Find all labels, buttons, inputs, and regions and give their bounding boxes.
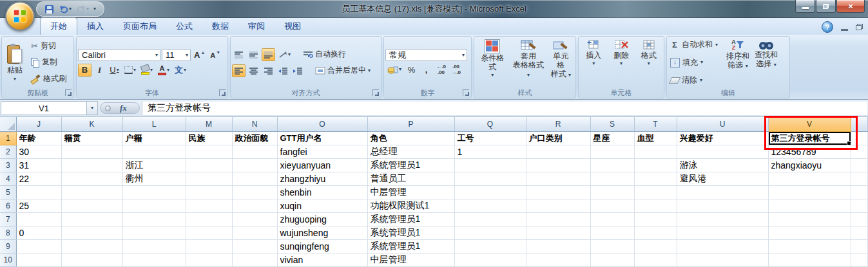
cell-T6[interactable] bbox=[634, 199, 677, 213]
cell-K1[interactable]: 籍贯 bbox=[61, 132, 122, 145]
cell-w5[interactable] bbox=[851, 186, 867, 199]
cell-N9[interactable] bbox=[232, 240, 277, 253]
cell-P7[interactable]: 系统管理员1 bbox=[367, 213, 454, 226]
cell-N6[interactable] bbox=[232, 199, 277, 213]
cell-Q4[interactable] bbox=[454, 172, 526, 186]
cell-J2[interactable]: 30 bbox=[16, 145, 61, 159]
format-cells-button[interactable]: 格式 ▾ bbox=[639, 38, 659, 87]
cell-L2[interactable] bbox=[122, 145, 186, 159]
cell-L5[interactable] bbox=[122, 186, 186, 199]
tab-review[interactable]: 审阅 bbox=[238, 18, 275, 35]
cell-S3[interactable] bbox=[590, 159, 634, 172]
cut-button[interactable]: ✂剪切 bbox=[29, 40, 68, 52]
cell-S7[interactable] bbox=[590, 213, 634, 226]
conditional-formatting-button[interactable]: 条件格式 ▾ bbox=[476, 38, 509, 87]
cell-M6[interactable] bbox=[186, 199, 232, 213]
cell-V3[interactable]: zhangxiaoyu bbox=[768, 159, 851, 172]
cell-T1[interactable]: 血型 bbox=[634, 132, 677, 145]
cell-R2[interactable] bbox=[526, 145, 590, 159]
row-header-7[interactable]: 7 bbox=[0, 213, 16, 226]
cell-S10[interactable] bbox=[590, 253, 634, 267]
cell-V2[interactable]: 123456789 bbox=[768, 145, 851, 159]
find-select-button[interactable]: 查找和选择 ▾ bbox=[752, 38, 780, 87]
cell-P2[interactable]: 总经理 bbox=[367, 145, 454, 159]
cell-w6[interactable] bbox=[851, 199, 867, 213]
cell-R10[interactable] bbox=[526, 253, 590, 267]
font-size-combo[interactable]: 11▾ bbox=[162, 49, 191, 61]
cell-L4[interactable]: 衢州 bbox=[122, 172, 186, 186]
column-header-U[interactable]: U bbox=[677, 117, 768, 132]
workbook-restore-icon[interactable] bbox=[856, 24, 863, 30]
cell-U6[interactable] bbox=[677, 199, 768, 213]
cell-J9[interactable] bbox=[16, 240, 61, 253]
tab-insert[interactable]: 插入 bbox=[77, 18, 113, 35]
cell-P8[interactable]: 系统管理员1 bbox=[367, 226, 454, 240]
cell-w4[interactable] bbox=[851, 172, 867, 186]
cell-K9[interactable] bbox=[61, 240, 122, 253]
cell-w8[interactable] bbox=[851, 226, 867, 240]
increase-decimal-button[interactable]: ←.0.00 bbox=[434, 63, 448, 76]
cell-M8[interactable] bbox=[186, 226, 232, 240]
cell-V4[interactable] bbox=[768, 172, 851, 186]
column-header-O[interactable]: O bbox=[277, 117, 367, 132]
cell-U8[interactable] bbox=[677, 226, 768, 240]
align-right-button[interactable] bbox=[262, 64, 275, 77]
cell-K2[interactable] bbox=[61, 145, 122, 159]
cell-S1[interactable]: 星座 bbox=[590, 132, 634, 145]
cell-R8[interactable] bbox=[526, 226, 590, 240]
cell-S5[interactable] bbox=[590, 186, 634, 199]
cell-N5[interactable] bbox=[232, 186, 277, 199]
cell-Q5[interactable] bbox=[454, 186, 526, 199]
borders-button[interactable]: ▾ bbox=[122, 64, 138, 77]
cell-J3[interactable]: 31 bbox=[16, 159, 61, 172]
cell-K6[interactable] bbox=[61, 199, 122, 213]
cell-V6[interactable] bbox=[768, 199, 851, 213]
font-name-combo[interactable]: Calibri▾ bbox=[78, 49, 160, 61]
cell-S9[interactable] bbox=[590, 240, 634, 253]
copy-button[interactable]: 复制 bbox=[29, 56, 68, 68]
cell-U10[interactable] bbox=[677, 253, 768, 267]
name-box[interactable]: V1 bbox=[1, 101, 87, 115]
minimize-button[interactable] bbox=[795, 0, 815, 13]
cell-Q2[interactable]: 1 bbox=[454, 145, 526, 159]
cell-M1[interactable]: 民族 bbox=[186, 132, 232, 145]
column-header-M[interactable]: M bbox=[186, 117, 232, 132]
percent-style-button[interactable]: % bbox=[405, 63, 418, 76]
cell-K7[interactable] bbox=[61, 213, 122, 226]
cell-U4[interactable]: 避风港 bbox=[677, 172, 768, 186]
cell-T5[interactable] bbox=[634, 186, 677, 199]
italic-button[interactable]: I bbox=[93, 64, 106, 77]
cell-J7[interactable] bbox=[16, 213, 61, 226]
cell-K5[interactable] bbox=[61, 186, 122, 199]
row-header-9[interactable]: 9 bbox=[0, 240, 16, 253]
cell-P1[interactable]: 角色 bbox=[367, 132, 454, 145]
column-header-Q[interactable]: Q bbox=[454, 117, 526, 132]
select-all-corner[interactable] bbox=[0, 117, 16, 132]
cell-K8[interactable] bbox=[61, 226, 122, 240]
cell-P9[interactable]: 系统管理员1 bbox=[367, 240, 454, 253]
cell-w9[interactable] bbox=[851, 240, 867, 253]
insert-cells-button[interactable]: 插入 ▾ bbox=[583, 38, 604, 87]
cell-J6[interactable]: 25 bbox=[16, 199, 61, 213]
cell-R9[interactable] bbox=[526, 240, 590, 253]
cell-N4[interactable] bbox=[232, 172, 277, 186]
align-center-button[interactable] bbox=[247, 64, 260, 77]
cell-T7[interactable] bbox=[634, 213, 677, 226]
align-left-button[interactable] bbox=[232, 64, 246, 77]
row-header-4[interactable]: 4 bbox=[0, 172, 16, 186]
row-header-2[interactable]: 2 bbox=[0, 145, 16, 159]
cell-T3[interactable] bbox=[634, 159, 677, 172]
cell-V1[interactable]: 第三方登录帐号 bbox=[768, 132, 851, 145]
cell-P5[interactable]: 中层管理 bbox=[367, 186, 454, 199]
tab-view[interactable]: 视图 bbox=[275, 18, 311, 35]
cell-P4[interactable]: 普通员工 bbox=[367, 172, 454, 186]
column-header-V[interactable]: V bbox=[768, 117, 851, 132]
cell-S8[interactable] bbox=[590, 226, 634, 240]
wrap-text-button[interactable]: 自动换行 bbox=[300, 48, 349, 62]
column-header-S[interactable]: S bbox=[590, 117, 634, 132]
cell-O10[interactable]: vivian bbox=[277, 253, 367, 267]
cell-V5[interactable] bbox=[768, 186, 851, 199]
orientation-button[interactable]: ▾ bbox=[276, 48, 293, 61]
cell-N3[interactable] bbox=[232, 159, 277, 172]
cell-O4[interactable]: zhangzhiyu bbox=[277, 172, 367, 186]
